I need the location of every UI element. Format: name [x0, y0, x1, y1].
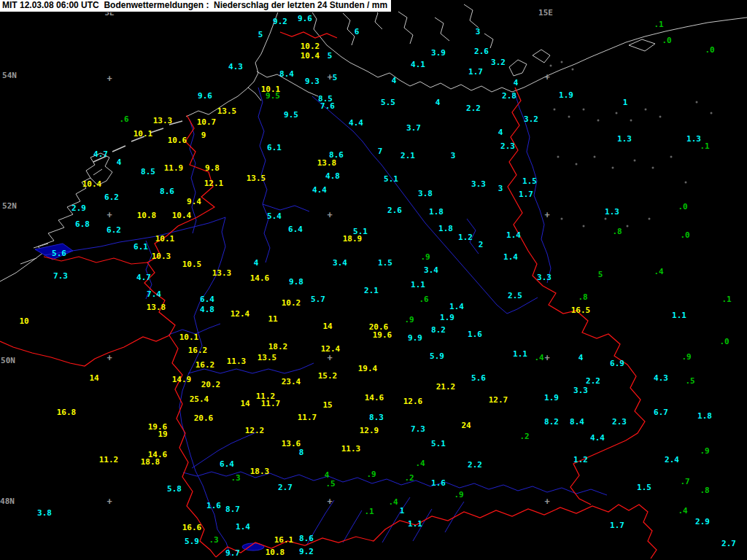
station-precip-value: 14.9 [172, 376, 192, 384]
station-precip-value: 8.7 [225, 505, 240, 513]
station-precip-value: 10.6 [168, 136, 187, 144]
station-precip-value: 20.6 [194, 414, 214, 422]
station-precip-value: 7 [378, 147, 383, 155]
station-precip-value: 6 [355, 28, 360, 36]
station-precip-value: 8.6 [160, 187, 174, 195]
station-precip-value: 4 [578, 354, 584, 362]
station-precip-value: 2.7 [721, 540, 736, 548]
station-precip-value: 20.2 [201, 381, 221, 389]
station-precip-value: 10.3 [152, 252, 171, 260]
station-precip-value: .3 [231, 474, 240, 482]
station-precip-value: 5.1 [431, 440, 446, 448]
station-precip-value: 2.6 [387, 206, 402, 214]
station-precip-value: 1.3 [686, 135, 701, 143]
station-precip-value: 1.2 [573, 456, 588, 464]
station-precip-value: 6.4 [200, 295, 214, 303]
station-precip-value: 10.4 [301, 52, 320, 60]
station-precip-value: 15.2 [318, 372, 338, 380]
station-precip-value: 11.3 [227, 357, 247, 365]
station-precip-value: 6.4 [220, 460, 234, 468]
station-precip-value: 9.5 [284, 111, 298, 119]
station-precip-value: 4.4 [312, 186, 327, 194]
station-precip-value: 13.6 [282, 440, 301, 448]
station-precip-value: 10.4 [172, 211, 192, 219]
station-precip-value: 5 [598, 271, 603, 279]
station-precip-value: 16.1 [274, 536, 294, 544]
station-precip-value: .8 [578, 293, 587, 301]
station-precip-value: 1.6 [206, 502, 221, 510]
station-precip-value: 14.6 [250, 274, 270, 282]
station-precip-value: 2.4 [665, 456, 679, 464]
station-precip-value: .3 [209, 536, 218, 544]
station-precip-value: 3.2 [491, 58, 506, 66]
station-precip-value: .4 [534, 354, 543, 362]
station-precip-value: 4.7 [93, 150, 108, 158]
weather-map-screen: 5E15E54N52N50N48N++++++++++++ 9.29.65631… [0, 0, 747, 560]
station-precip-value: 9.8 [205, 164, 220, 172]
station-precip-value: 1.6 [431, 479, 446, 487]
station-precip-value: 4.8 [325, 172, 340, 180]
station-precip-value: 3 [451, 152, 456, 160]
station-precip-value: 15 [322, 401, 332, 409]
station-precip-value: .0 [719, 338, 729, 346]
station-precip-value: 13.8 [147, 303, 166, 311]
station-precip-value: .5 [325, 480, 335, 488]
station-precip-value: 8.5 [141, 168, 155, 176]
station-precip-value: 13.5 [258, 354, 277, 362]
station-precip-value: 6.2 [104, 193, 119, 201]
station-precip-value: 1.9 [440, 314, 454, 322]
station-precip-value: .4 [654, 268, 663, 276]
station-precip-value: 9.8 [289, 278, 303, 286]
station-precip-value: 8 [299, 448, 304, 456]
station-precip-value: 10.1 [155, 235, 175, 243]
station-precip-value: 18.3 [250, 467, 270, 475]
station-precip-value: 19 [158, 430, 167, 438]
station-precip-value: .8 [700, 486, 709, 494]
station-precip-value: 2.1 [364, 287, 379, 295]
station-precip-value: 4.4 [349, 119, 363, 127]
station-precip-value: 2.3 [612, 418, 627, 426]
station-precip-value: 9.4 [187, 198, 201, 206]
station-precip-value: 1.2 [458, 233, 473, 241]
station-precip-value: 1.1 [672, 311, 686, 319]
station-precip-value: 3.7 [406, 124, 421, 132]
station-precip-value: 2.3 [500, 142, 515, 150]
station-precip-value: 9.9 [408, 334, 422, 342]
station-precip-value: 2.1 [400, 152, 415, 160]
station-precip-value: 6.1 [267, 144, 282, 152]
station-precip-value: 14 [89, 374, 98, 382]
station-precip-value: 8.2 [544, 418, 559, 426]
station-precip-value: 12.7 [489, 396, 508, 404]
station-precip-value: 2.6 [474, 47, 489, 55]
station-values-layer: 9.29.656310.210.453.92.63.24.11.7.1.0.04… [0, 0, 747, 560]
station-precip-value: 14 [240, 400, 249, 408]
station-precip-value: 4.7 [136, 273, 151, 281]
station-precip-value: 8.4 [570, 418, 584, 426]
station-precip-value: 2.9 [695, 518, 710, 526]
station-precip-value: 10.2 [282, 299, 301, 307]
station-precip-value: 10.7 [197, 118, 217, 126]
station-precip-value: 7.3 [53, 272, 68, 280]
station-precip-value: .9 [404, 316, 414, 324]
station-precip-value: 10.2 [301, 42, 320, 50]
station-precip-value: 6.7 [654, 408, 668, 416]
station-precip-value: 9.5 [266, 92, 280, 100]
station-precip-value: 10.8 [266, 548, 285, 556]
station-precip-value: 9.6 [298, 15, 312, 23]
station-precip-value: .0 [680, 231, 689, 239]
station-precip-value: 10.8 [137, 211, 157, 219]
station-precip-value: 16.6 [182, 524, 202, 532]
station-precip-value: .9 [420, 253, 430, 261]
station-precip-value: .7 [680, 478, 689, 486]
station-precip-value: .1 [364, 508, 374, 516]
station-precip-value: .8 [612, 228, 622, 236]
station-precip-value: .5 [685, 377, 694, 385]
station-precip-value: .9 [454, 491, 463, 499]
station-precip-value: 5 [333, 74, 338, 82]
station-precip-value: 1.4 [503, 253, 518, 261]
station-precip-value: 4 [498, 128, 503, 136]
station-precip-value: 2.7 [278, 483, 293, 491]
station-precip-value: 13.5 [217, 107, 237, 115]
station-precip-value: 1.8 [438, 225, 453, 233]
station-precip-value: 14 [322, 322, 332, 330]
